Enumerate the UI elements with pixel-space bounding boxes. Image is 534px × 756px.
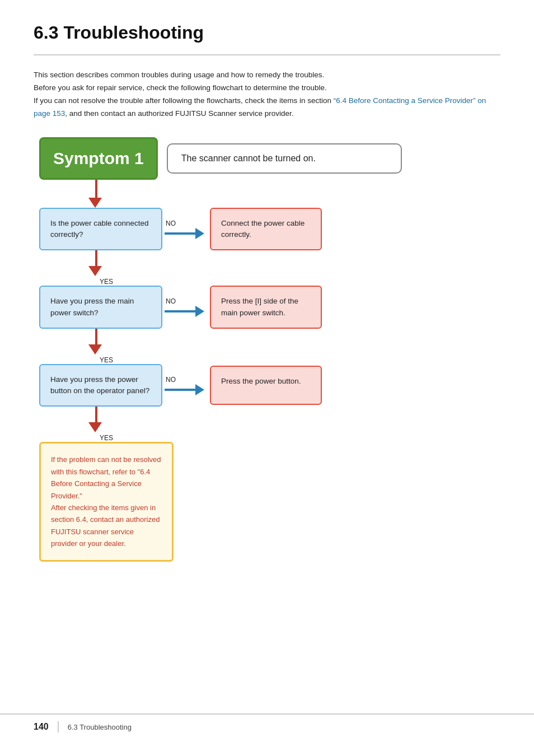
- step3-remedy: Press the power button.: [210, 366, 322, 405]
- no-label-3: NO: [166, 376, 176, 384]
- intro-line3-pre: If you can not resolve the trouble after…: [34, 96, 334, 105]
- footer-page-number: 140: [34, 722, 49, 732]
- section-divider: [34, 54, 500, 55]
- yes-label-2: YES: [100, 356, 113, 364]
- page-footer: 140 6.3 Troubleshooting: [0, 713, 534, 739]
- flowchart: Symptom 1 The scanner cannot be turned o…: [39, 137, 500, 562]
- page-title: 6.3 Troubleshooting: [34, 22, 500, 43]
- page-container: 6.3 Troubleshooting This section describ…: [0, 0, 534, 595]
- footer-section-label: 6.3 Troubleshooting: [68, 723, 132, 731]
- yes-label-1: YES: [100, 278, 113, 286]
- step1-row: Is the power cable connected correctly? …: [39, 208, 500, 251]
- intro-line2: Before you ask for repair service, check…: [34, 83, 327, 92]
- intro-line3-post: , and then contact an authorized FUJITSU…: [65, 109, 293, 118]
- step2-question: Have you press the main power switch?: [39, 286, 162, 329]
- symptom-box: Symptom 1: [39, 137, 158, 180]
- step3-row: Have you press the power button on the o…: [39, 364, 500, 407]
- no-label-2: NO: [166, 297, 176, 305]
- yes-label-3: YES: [100, 434, 113, 442]
- step1-no-block: NO: [165, 220, 204, 239]
- symptom-row: Symptom 1 The scanner cannot be turned o…: [39, 137, 500, 180]
- step1-question: Is the power cable connected correctly?: [39, 208, 162, 251]
- step2-no-block: NO: [165, 297, 204, 317]
- final-note-box: If the problem can not be resolved with …: [39, 442, 174, 562]
- no-label-1: NO: [166, 220, 176, 227]
- final-note-text: If the problem can not be resolved with …: [51, 455, 161, 548]
- step2-remedy: Press the [I] side of the main power swi…: [210, 286, 322, 329]
- intro-text: This section describes common troubles d…: [34, 69, 500, 120]
- intro-line1: This section describes common troubles d…: [34, 71, 324, 79]
- step3-no-block: NO: [165, 376, 204, 395]
- footer-divider: [58, 721, 59, 732]
- step2-row: Have you press the main power switch? NO…: [39, 286, 500, 329]
- step1-remedy: Connect the power cable correctly.: [210, 208, 322, 251]
- symptom-description: The scanner cannot be turned on.: [167, 143, 402, 174]
- step3-question: Have you press the power button on the o…: [39, 364, 162, 407]
